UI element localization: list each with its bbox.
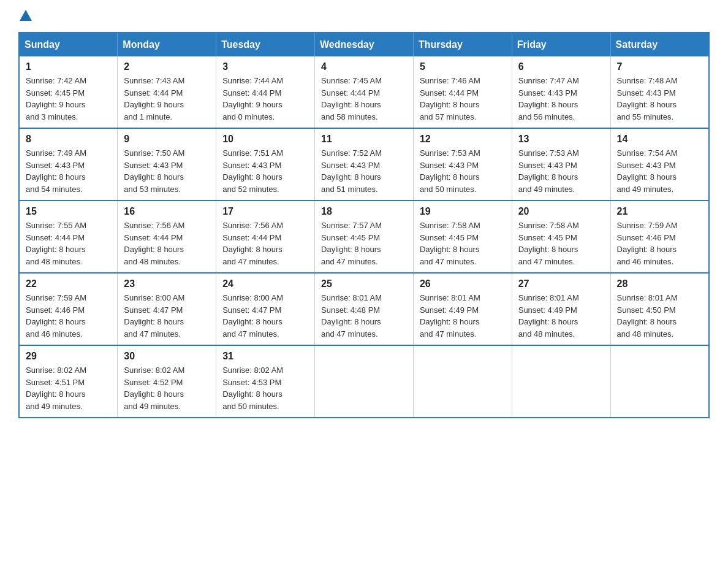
calendar-cell: 26Sunrise: 8:01 AMSunset: 4:49 PMDayligh… — [413, 273, 512, 345]
day-info: Sunrise: 7:51 AMSunset: 4:43 PMDaylight:… — [222, 147, 308, 195]
calendar-cell — [512, 345, 610, 418]
calendar-cell — [610, 345, 709, 418]
calendar-cell: 27Sunrise: 8:01 AMSunset: 4:49 PMDayligh… — [512, 273, 610, 345]
day-info: Sunrise: 8:01 AMSunset: 4:49 PMDaylight:… — [518, 292, 604, 340]
day-number: 4 — [321, 61, 407, 72]
weekday-header-friday: Friday — [512, 33, 610, 56]
calendar-cell: 28Sunrise: 8:01 AMSunset: 4:50 PMDayligh… — [610, 273, 709, 345]
day-info: Sunrise: 7:56 AMSunset: 4:44 PMDaylight:… — [222, 220, 308, 267]
calendar-cell: 18Sunrise: 7:57 AMSunset: 4:45 PMDayligh… — [315, 201, 414, 273]
day-number: 3 — [222, 61, 308, 72]
day-number: 12 — [420, 134, 506, 145]
calendar-cell: 24Sunrise: 8:00 AMSunset: 4:47 PMDayligh… — [216, 273, 315, 345]
day-info: Sunrise: 7:57 AMSunset: 4:45 PMDaylight:… — [321, 220, 407, 267]
calendar-cell: 21Sunrise: 7:59 AMSunset: 4:46 PMDayligh… — [610, 201, 709, 273]
day-info: Sunrise: 7:47 AMSunset: 4:43 PMDaylight:… — [518, 75, 604, 123]
day-info: Sunrise: 7:54 AMSunset: 4:43 PMDaylight:… — [617, 147, 702, 195]
calendar-cell — [315, 345, 414, 418]
calendar-cell: 10Sunrise: 7:51 AMSunset: 4:43 PMDayligh… — [216, 128, 315, 201]
calendar-table: SundayMondayTuesdayWednesdayThursdayFrid… — [18, 32, 710, 418]
day-info: Sunrise: 8:01 AMSunset: 4:50 PMDaylight:… — [617, 292, 702, 340]
day-number: 28 — [617, 278, 702, 289]
weekday-header-tuesday: Tuesday — [216, 33, 315, 56]
day-number: 17 — [222, 206, 308, 217]
day-number: 30 — [124, 351, 210, 362]
calendar-cell: 9Sunrise: 7:50 AMSunset: 4:43 PMDaylight… — [118, 128, 216, 201]
calendar-cell: 16Sunrise: 7:56 AMSunset: 4:44 PMDayligh… — [118, 201, 216, 273]
day-number: 11 — [321, 134, 407, 145]
page-header — [18, 12, 710, 22]
day-info: Sunrise: 7:48 AMSunset: 4:43 PMDaylight:… — [617, 75, 702, 123]
day-number: 23 — [124, 278, 210, 289]
day-info: Sunrise: 8:00 AMSunset: 4:47 PMDaylight:… — [222, 292, 308, 340]
logo — [18, 12, 32, 22]
day-info: Sunrise: 7:59 AMSunset: 4:46 PMDaylight:… — [617, 220, 702, 267]
calendar-cell: 23Sunrise: 8:00 AMSunset: 4:47 PMDayligh… — [118, 273, 216, 345]
day-info: Sunrise: 7:52 AMSunset: 4:43 PMDaylight:… — [321, 147, 407, 195]
calendar-cell: 19Sunrise: 7:58 AMSunset: 4:45 PMDayligh… — [413, 201, 512, 273]
day-info: Sunrise: 8:02 AMSunset: 4:52 PMDaylight:… — [124, 364, 210, 412]
calendar-cell: 2Sunrise: 7:43 AMSunset: 4:44 PMDaylight… — [118, 56, 216, 128]
day-info: Sunrise: 7:55 AMSunset: 4:44 PMDaylight:… — [26, 220, 111, 267]
calendar-cell: 30Sunrise: 8:02 AMSunset: 4:52 PMDayligh… — [118, 345, 216, 418]
day-number: 19 — [420, 206, 506, 217]
day-info: Sunrise: 7:42 AMSunset: 4:45 PMDaylight:… — [26, 75, 111, 123]
day-info: Sunrise: 7:44 AMSunset: 4:44 PMDaylight:… — [222, 75, 308, 123]
day-number: 31 — [222, 351, 308, 362]
calendar-week-row: 29Sunrise: 8:02 AMSunset: 4:51 PMDayligh… — [19, 345, 709, 418]
day-info: Sunrise: 7:46 AMSunset: 4:44 PMDaylight:… — [420, 75, 506, 123]
weekday-header-monday: Monday — [118, 33, 216, 56]
day-info: Sunrise: 7:58 AMSunset: 4:45 PMDaylight:… — [420, 220, 506, 267]
calendar-cell: 17Sunrise: 7:56 AMSunset: 4:44 PMDayligh… — [216, 201, 315, 273]
weekday-header-saturday: Saturday — [610, 33, 709, 56]
day-number: 18 — [321, 206, 407, 217]
day-number: 14 — [617, 134, 702, 145]
calendar-cell: 3Sunrise: 7:44 AMSunset: 4:44 PMDaylight… — [216, 56, 315, 128]
weekday-header-thursday: Thursday — [413, 33, 512, 56]
calendar-week-row: 15Sunrise: 7:55 AMSunset: 4:44 PMDayligh… — [19, 201, 709, 273]
day-number: 7 — [617, 61, 702, 72]
weekday-header-wednesday: Wednesday — [315, 33, 414, 56]
day-number: 25 — [321, 278, 407, 289]
calendar-cell: 25Sunrise: 8:01 AMSunset: 4:48 PMDayligh… — [315, 273, 414, 345]
day-info: Sunrise: 8:02 AMSunset: 4:53 PMDaylight:… — [222, 364, 308, 412]
day-info: Sunrise: 7:58 AMSunset: 4:45 PMDaylight:… — [518, 220, 604, 267]
calendar-cell: 12Sunrise: 7:53 AMSunset: 4:43 PMDayligh… — [413, 128, 512, 201]
weekday-header-sunday: Sunday — [19, 33, 118, 56]
day-number: 27 — [518, 278, 604, 289]
calendar-cell: 15Sunrise: 7:55 AMSunset: 4:44 PMDayligh… — [19, 201, 118, 273]
day-number: 24 — [222, 278, 308, 289]
calendar-week-row: 8Sunrise: 7:49 AMSunset: 4:43 PMDaylight… — [19, 128, 709, 201]
calendar-week-row: 22Sunrise: 7:59 AMSunset: 4:46 PMDayligh… — [19, 273, 709, 345]
day-info: Sunrise: 7:50 AMSunset: 4:43 PMDaylight:… — [124, 147, 210, 195]
day-number: 13 — [518, 134, 604, 145]
day-number: 22 — [26, 278, 111, 289]
calendar-cell: 11Sunrise: 7:52 AMSunset: 4:43 PMDayligh… — [315, 128, 414, 201]
calendar-cell: 14Sunrise: 7:54 AMSunset: 4:43 PMDayligh… — [610, 128, 709, 201]
day-number: 9 — [124, 134, 210, 145]
day-number: 29 — [26, 351, 111, 362]
day-number: 1 — [26, 61, 111, 72]
calendar-cell: 31Sunrise: 8:02 AMSunset: 4:53 PMDayligh… — [216, 345, 315, 418]
day-number: 10 — [222, 134, 308, 145]
day-number: 2 — [124, 61, 210, 72]
day-info: Sunrise: 8:02 AMSunset: 4:51 PMDaylight:… — [26, 364, 111, 412]
calendar-cell: 13Sunrise: 7:53 AMSunset: 4:43 PMDayligh… — [512, 128, 610, 201]
logo-triangle-icon — [20, 10, 32, 21]
calendar-cell: 22Sunrise: 7:59 AMSunset: 4:46 PMDayligh… — [19, 273, 118, 345]
calendar-cell: 29Sunrise: 8:02 AMSunset: 4:51 PMDayligh… — [19, 345, 118, 418]
day-info: Sunrise: 7:45 AMSunset: 4:44 PMDaylight:… — [321, 75, 407, 123]
day-number: 26 — [420, 278, 506, 289]
day-info: Sunrise: 7:53 AMSunset: 4:43 PMDaylight:… — [420, 147, 506, 195]
day-number: 16 — [124, 206, 210, 217]
day-number: 21 — [617, 206, 702, 217]
weekday-header-row: SundayMondayTuesdayWednesdayThursdayFrid… — [19, 33, 709, 56]
calendar-cell: 4Sunrise: 7:45 AMSunset: 4:44 PMDaylight… — [315, 56, 414, 128]
day-info: Sunrise: 8:01 AMSunset: 4:48 PMDaylight:… — [321, 292, 407, 340]
day-number: 8 — [26, 134, 111, 145]
day-number: 20 — [518, 206, 604, 217]
calendar-week-row: 1Sunrise: 7:42 AMSunset: 4:45 PMDaylight… — [19, 56, 709, 128]
calendar-cell: 1Sunrise: 7:42 AMSunset: 4:45 PMDaylight… — [19, 56, 118, 128]
day-info: Sunrise: 7:59 AMSunset: 4:46 PMDaylight:… — [26, 292, 111, 340]
calendar-cell — [413, 345, 512, 418]
